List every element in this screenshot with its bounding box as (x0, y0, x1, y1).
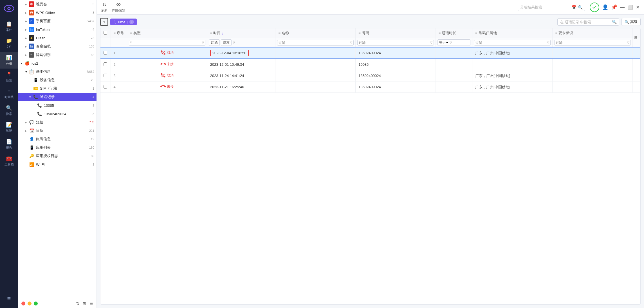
user-icon[interactable]: 👤 (602, 4, 608, 10)
row-name (275, 59, 356, 70)
nav-item-analysis[interactable]: 📊 分析 (0, 52, 18, 69)
close-icon[interactable]: ✕ (636, 4, 639, 10)
dual-sim-filter-field[interactable] (556, 41, 626, 45)
th-checkbox[interactable] (100, 28, 111, 38)
sidebar-item-ocr[interactable]: ▶ ✏ 隐写识别 32 (18, 51, 97, 59)
grid-icon[interactable]: ⊞ (83, 301, 86, 306)
table-row: 1 取消 2023-12-04 13:18:5013502409024广东，广州… (100, 47, 640, 59)
sidebar-item-calendar[interactable]: ▶ 📅 日历 221 (18, 126, 97, 135)
time-start-button[interactable]: 起始 (209, 39, 220, 46)
type-filter-input[interactable]: ▽ (129, 40, 205, 46)
sync-status-button[interactable] (590, 3, 599, 12)
select-all-checkbox[interactable] (104, 31, 107, 35)
minimize-icon[interactable]: — (620, 5, 625, 10)
name-filter-input[interactable]: ▽ (277, 40, 354, 46)
sidebar-item-jibenxinxi[interactable]: ▼ 📋 基本信息 7/632 (18, 67, 97, 76)
column-settings-button[interactable]: 设置列 (633, 31, 638, 35)
table-scroll-area[interactable]: ≡ 序号 ≡ 类型 (100, 28, 640, 304)
row-checkbox[interactable] (104, 62, 107, 66)
dual-sim-filter-input[interactable]: ▽ (554, 40, 631, 46)
advanced-button[interactable]: 🔍 高级 (621, 18, 641, 26)
nav-item-notes[interactable]: 📝 笔记 (0, 119, 18, 136)
table-filter-row: ▽ 起始 结束 ▽ (100, 38, 640, 47)
sidebar-item-baidu[interactable]: ▶ 百 手机百度 3/437 (18, 17, 97, 25)
nav-item-timeline[interactable]: ≡ 时间线 (0, 85, 18, 102)
sidebar-count-ocr: 32 (91, 53, 94, 56)
number-filter-input[interactable]: ▽ (357, 40, 434, 46)
nav-item-reports[interactable]: 📄 报告 (0, 136, 18, 153)
sort-time-button[interactable]: ⇅ Time ↓ × (110, 19, 137, 25)
location-filter-icon[interactable]: ▽ (547, 41, 549, 44)
traffic-light-green[interactable] (34, 302, 38, 305)
row-checkbox[interactable] (104, 74, 107, 77)
sidebar-item-10085[interactable]: ▶ 📞 10085 1 (18, 101, 97, 110)
sidebar-item-imtoken[interactable]: ▶ im imToken 4 (18, 25, 97, 34)
tools-icon: 🧰 (6, 155, 12, 162)
sidebar-count-tieba: 138 (89, 45, 94, 48)
nav-item-tools[interactable]: 🧰 工具箱 (0, 153, 18, 169)
nav-item-location[interactable]: 📍 位置 (0, 69, 18, 85)
nav-item-cases[interactable]: 📋 案件 (0, 18, 18, 35)
type-filter-icon[interactable]: ▽ (202, 41, 204, 44)
sidebar-item-callrecords[interactable]: ▼ 📞 通话记录 4 (18, 93, 97, 101)
row-location: 广东，广州[中国移动] (472, 47, 553, 59)
filter-settings-cell (632, 38, 640, 47)
number-filter-field[interactable] (359, 41, 429, 45)
duration-eq-select[interactable]: 等于 ▾ ▽ (437, 39, 470, 46)
records-search-input[interactable] (560, 20, 610, 24)
sidebar-item-ios2[interactable]: ▼ 🍎 ios2 (18, 59, 97, 67)
more-menu-button[interactable]: ≡ (5, 293, 13, 305)
sidebar-item-applog[interactable]: ▶ 🔑 应用授权日志 80 (18, 152, 97, 160)
nav-item-files[interactable]: 📁 文件 (0, 35, 18, 52)
traffic-light-yellow[interactable] (28, 302, 32, 305)
list-icon[interactable]: ☰ (89, 301, 93, 306)
app-icon-clash: ⚡ (29, 35, 34, 41)
sidebar-label-applog: 应用授权日志 (36, 153, 90, 158)
maximize-icon[interactable]: ⬜ (627, 4, 633, 10)
th-dual-sim: ≡ 双卡标识 (552, 28, 632, 38)
sidebar-item-account[interactable]: ▶ 👤 账号信息 12 (18, 135, 97, 143)
sidebar-item-wifi[interactable]: ▶ 📶 Wi-Fi 1 (18, 160, 97, 169)
type-filter-field[interactable] (130, 41, 201, 45)
time-filter-icon[interactable]: ▽ (233, 41, 235, 44)
row-name (275, 81, 356, 93)
name-filter-icon[interactable]: ▽ (350, 41, 352, 44)
sidebar-item-wps[interactable]: ▶ W WPS Office 3 (18, 8, 97, 17)
remove-sort-button[interactable]: × (129, 20, 134, 24)
device-icon: 📱 (33, 77, 38, 83)
traffic-light-red[interactable] (21, 302, 25, 305)
pin-icon[interactable]: 📌 (611, 4, 617, 10)
th-time[interactable]: ≡ 时间 ↓ (207, 28, 275, 38)
nav-item-search[interactable]: 🔍 搜索 (0, 102, 18, 119)
dual-sim-filter-icon[interactable]: ▽ (627, 41, 629, 44)
duration-filter-icon[interactable]: ▽ (450, 41, 452, 44)
row-settings-placeholder (632, 70, 640, 81)
sidebar-item-sms[interactable]: ▶ 💬 短信 7 /8 (18, 118, 97, 126)
sidebar-bottom: ⇅ ⊞ ☰ (18, 299, 97, 308)
number-filter-icon[interactable]: ▽ (430, 41, 432, 44)
search-submit-icon[interactable]: 🔍 (578, 5, 583, 10)
location-filter-input[interactable]: ▽ (474, 40, 551, 46)
sidebar-item-tieba[interactable]: ▶ 贴 百度贴吧 138 (18, 42, 97, 51)
sidebar-item-weidianpinhui[interactable]: ▶ 唯 唯品会 5 (18, 0, 97, 8)
callrecords-icon: 📞 (33, 94, 38, 100)
split-icon[interactable]: ⇅ (76, 301, 79, 306)
row-checkbox[interactable] (104, 85, 107, 89)
location-filter-field[interactable] (475, 41, 546, 45)
sidebar-item-shebeixin[interactable]: ▶ 📱 设备信息 25 (18, 76, 97, 84)
sidebar-item-clash[interactable]: ▶ ⚡ Clash 73 (18, 34, 97, 42)
sidebar-item-sim[interactable]: ▶ 💳 SIM卡记录 1 (18, 84, 97, 93)
name-filter-field[interactable] (279, 41, 349, 45)
preview-button[interactable]: 👁 详情/预览 (112, 2, 125, 13)
sidebar-item-applist[interactable]: ▶ 📱 应用列表 180 (18, 143, 97, 152)
sidebar-item-13502409024[interactable]: ▶ 📞 13502409024 3 (18, 110, 97, 118)
global-search-input[interactable] (520, 5, 570, 9)
dual-sim-col-icon: ≡ (555, 31, 558, 35)
th-settings[interactable]: 设置列 (632, 28, 640, 38)
phone-icon-10085: 📞 (37, 103, 42, 108)
row-checkbox[interactable] (104, 51, 107, 55)
filter-count-badge: 1 (100, 18, 108, 26)
time-end-button[interactable]: 结束 (221, 39, 232, 46)
app-icon-imtoken: im (29, 27, 34, 32)
refresh-button[interactable]: ↻ 刷新 (101, 2, 107, 13)
